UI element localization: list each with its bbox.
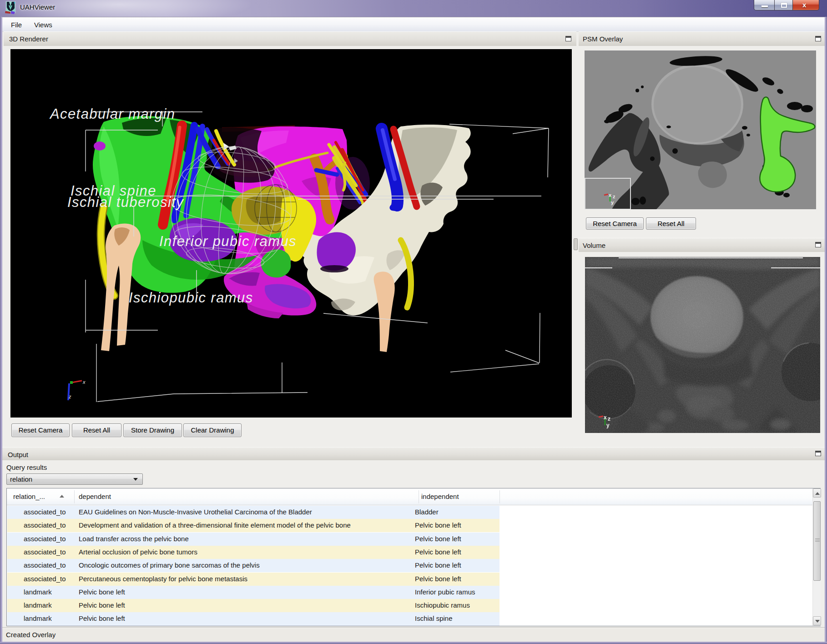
svg-text:Ischial tuberosity: Ischial tuberosity xyxy=(67,194,184,210)
svg-text:z: z xyxy=(608,416,610,422)
svg-text:x: x xyxy=(604,414,607,421)
svg-text:y: y xyxy=(606,422,610,428)
svg-text:y: y xyxy=(611,200,614,205)
svg-text:x: x xyxy=(609,192,612,198)
svg-text:Ischiopubic ramus: Ischiopubic ramus xyxy=(129,290,253,306)
svg-text:Acetabular margin: Acetabular margin xyxy=(49,106,175,122)
svg-text:z: z xyxy=(613,194,615,199)
svg-text:Inferior pubic ramus: Inferior pubic ramus xyxy=(159,233,297,249)
svg-text:z: z xyxy=(68,394,71,399)
svg-text:x: x xyxy=(82,379,86,385)
